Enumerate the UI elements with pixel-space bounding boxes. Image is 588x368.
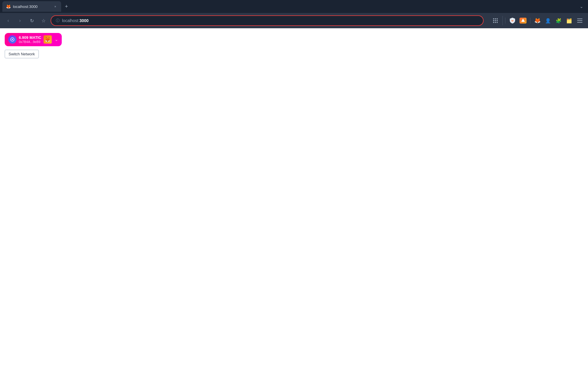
new-tab-button[interactable]: + (62, 2, 71, 11)
brave-rewards-button[interactable] (518, 16, 528, 25)
wallet-connect-button[interactable]: 6.909 MATIC 0x7B4A...9eB9 🦊 ⌄ (5, 33, 62, 46)
tab-close-button[interactable]: × (53, 4, 58, 9)
switch-network-button[interactable]: Switch Network (5, 50, 39, 58)
metamask-extension-icon: 🦊 (534, 17, 541, 24)
wallet-avatar-image: 🦊 (44, 35, 52, 44)
h-line-2 (577, 20, 582, 21)
wallet-toolbar-button[interactable]: 🗂️ (564, 16, 574, 25)
puzzle-icon: 🧩 (556, 18, 562, 24)
browser-chrome: 🦊 localhost:3000 × + ⌄ ‹ › ↻ ☆ ⓘ localho… (0, 0, 588, 28)
wallet-avatar: 🦊 (44, 35, 52, 44)
brave-rewards-icon (519, 18, 527, 24)
security-icon: ⓘ (56, 18, 60, 23)
address-text: localhost:3000 (62, 18, 478, 23)
reload-button[interactable]: ↻ (27, 16, 36, 25)
wallet-icon: 🗂️ (566, 18, 572, 24)
grid-dot-3 (497, 18, 498, 19)
person-button[interactable]: 👤 (543, 16, 553, 25)
metamask-extension-button[interactable]: 🦊 (533, 16, 542, 25)
forward-button[interactable]: › (15, 16, 25, 25)
tab-bar-right: ⌄ (577, 2, 586, 11)
tab-list-button[interactable]: ⌄ (577, 2, 586, 11)
puzzle-button[interactable]: 🧩 (554, 16, 563, 25)
switch-network-container: Switch Network (5, 46, 583, 58)
menu-button[interactable] (575, 16, 584, 25)
polygon-network-icon (10, 37, 15, 42)
url-protocol: localhost: (62, 18, 79, 23)
tab-favicon-icon: 🦊 (6, 4, 11, 9)
grid-dot-6 (497, 20, 498, 21)
avatar-emoji: 🦊 (45, 37, 51, 42)
network-icon (8, 35, 16, 44)
wallet-info: 6.909 MATIC 0x7B4A...9eB9 (19, 35, 41, 44)
tab-favicon: 🦊 (6, 4, 11, 9)
toolbar-right: 🦊 👤 🧩 🗂️ (488, 16, 584, 25)
grid-dot-9 (497, 22, 498, 23)
wallet-balance: 6.909 MATIC (19, 35, 41, 40)
nav-bar: ‹ › ↻ ☆ ⓘ localhost:3000 (0, 13, 588, 28)
person-icon: 👤 (545, 18, 551, 24)
grid-dot-5 (495, 20, 496, 21)
back-button[interactable]: ‹ (4, 16, 13, 25)
brave-shield-icon (510, 18, 515, 24)
grid-dot-7 (493, 22, 494, 23)
wallet-chevron-icon: ⌄ (55, 37, 58, 42)
wallet-address: 0x7B4A...9eB9 (19, 40, 40, 44)
svg-marker-0 (521, 19, 525, 22)
tab-title: localhost:3000 (13, 4, 51, 9)
grid-dot-2 (495, 18, 496, 19)
grid-dot-1 (493, 18, 494, 19)
extensions-group (488, 16, 503, 25)
extensions-button[interactable] (491, 16, 500, 25)
brave-shield-button[interactable] (508, 16, 517, 25)
bookmark-button[interactable]: ☆ (39, 16, 48, 25)
active-tab[interactable]: 🦊 localhost:3000 × (2, 1, 61, 12)
grid-dot-8 (495, 22, 496, 23)
toolbar-separator-1 (505, 18, 505, 24)
grid-dot-4 (493, 20, 494, 21)
tab-bar: 🦊 localhost:3000 × + ⌄ (0, 0, 588, 13)
address-bar[interactable]: ⓘ localhost:3000 (51, 15, 484, 26)
url-host: 3000 (79, 18, 88, 23)
svg-point-2 (12, 39, 13, 40)
h-line-1 (577, 19, 582, 19)
grid-icon (493, 18, 498, 23)
h-line-3 (577, 22, 582, 23)
toolbar-separator-2 (530, 18, 530, 24)
page-content: 6.909 MATIC 0x7B4A...9eB9 🦊 ⌄ Switch Net… (0, 28, 588, 368)
bat-triangle-icon (521, 18, 525, 22)
hamburger-icon (577, 19, 582, 23)
